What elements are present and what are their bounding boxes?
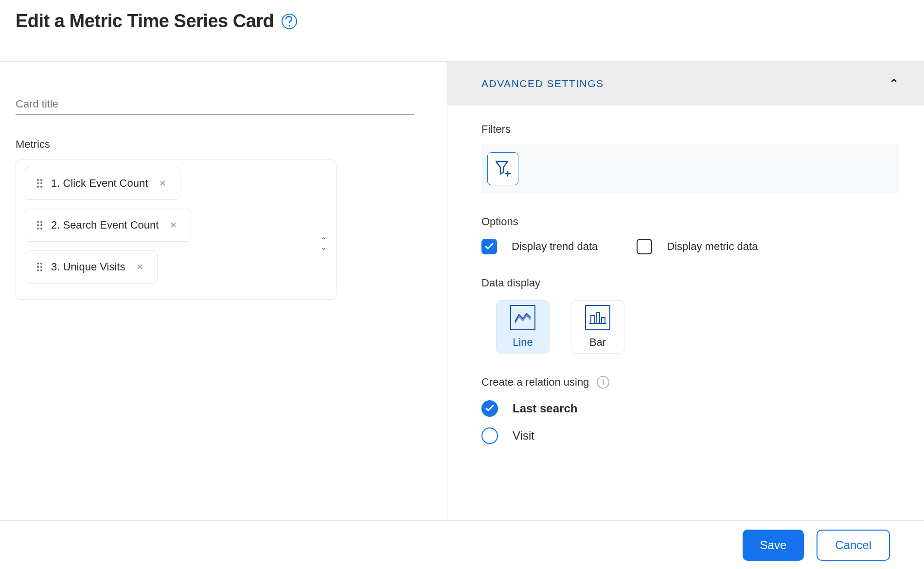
advanced-settings-title: ADVANCED SETTINGS: [481, 78, 604, 89]
card-title-input[interactable]: [16, 96, 414, 115]
line-chart-icon: [510, 305, 535, 330]
radio-selected-icon: [481, 400, 498, 417]
relation-visit-label: Visit: [513, 429, 534, 443]
metric-item[interactable]: 2. Search Event Count ✕: [25, 209, 191, 242]
chevron-up-icon: ⌃: [889, 77, 899, 90]
info-icon[interactable]: i: [597, 376, 609, 389]
help-icon[interactable]: [282, 14, 297, 29]
save-button[interactable]: Save: [743, 530, 804, 561]
filter-add-icon: [495, 160, 511, 178]
add-filter-button[interactable]: [487, 152, 518, 185]
drag-handle-icon[interactable]: [37, 263, 42, 271]
checkbox-checked-icon: [481, 239, 497, 254]
data-display-label: Data display: [481, 277, 899, 289]
svg-rect-6: [602, 318, 605, 323]
metric-label: 1. Click Event Count: [51, 177, 148, 190]
data-display-line-label: Line: [513, 336, 533, 349]
drag-handle-icon[interactable]: [37, 179, 42, 188]
metric-item[interactable]: 1. Click Event Count ✕: [25, 167, 180, 200]
cancel-button[interactable]: Cancel: [817, 530, 890, 561]
relation-last-search[interactable]: Last search: [481, 400, 899, 417]
data-display-bar-label: Bar: [589, 336, 606, 349]
metrics-list: 1. Click Event Count ✕ 2. Search Event C…: [16, 160, 337, 300]
filters-label: Filters: [481, 123, 899, 136]
metric-label: 2. Search Event Count: [51, 219, 159, 231]
display-trend-checkbox[interactable]: Display trend data: [481, 239, 598, 254]
remove-metric-icon[interactable]: ✕: [157, 178, 168, 189]
display-trend-label: Display trend data: [512, 240, 598, 253]
right-pane: ADVANCED SETTINGS ⌃ Filters Optio: [447, 62, 924, 520]
filters-box: [481, 144, 899, 193]
radio-unselected-icon: [481, 427, 498, 444]
svg-rect-4: [591, 316, 594, 323]
question-mark-icon: [285, 16, 293, 27]
checkbox-unchecked-icon: [637, 239, 652, 254]
left-pane: Metrics 1. Click Event Count ✕ 2. Search…: [0, 62, 447, 520]
metric-item[interactable]: 3. Unique Visits ✕: [25, 250, 158, 284]
page-title: Edit a Metric Time Series Card: [16, 11, 274, 32]
metrics-label: Metrics: [16, 138, 447, 151]
remove-metric-icon[interactable]: ✕: [167, 219, 179, 231]
options-label: Options: [481, 215, 899, 228]
relation-last-search-label: Last search: [513, 402, 577, 415]
metric-label: 3. Unique Visits: [51, 261, 125, 273]
svg-rect-5: [596, 313, 600, 323]
sort-caret-icon[interactable]: ⌃⌄: [320, 238, 327, 250]
remove-metric-icon[interactable]: ✕: [134, 261, 145, 273]
footer: Save Cancel: [0, 520, 924, 569]
svg-point-0: [289, 25, 290, 26]
drag-handle-icon[interactable]: [37, 221, 42, 230]
page-header: Edit a Metric Time Series Card: [0, 0, 924, 32]
display-metric-checkbox[interactable]: Display metric data: [637, 239, 758, 254]
relation-visit[interactable]: Visit: [481, 427, 899, 444]
bar-chart-icon: [585, 305, 610, 330]
advanced-settings-header[interactable]: ADVANCED SETTINGS ⌃: [447, 62, 924, 106]
data-display-bar[interactable]: Bar: [571, 300, 624, 354]
relation-label: Create a relation using: [481, 376, 589, 389]
data-display-line[interactable]: Line: [496, 300, 550, 354]
display-metric-label: Display metric data: [667, 240, 758, 253]
